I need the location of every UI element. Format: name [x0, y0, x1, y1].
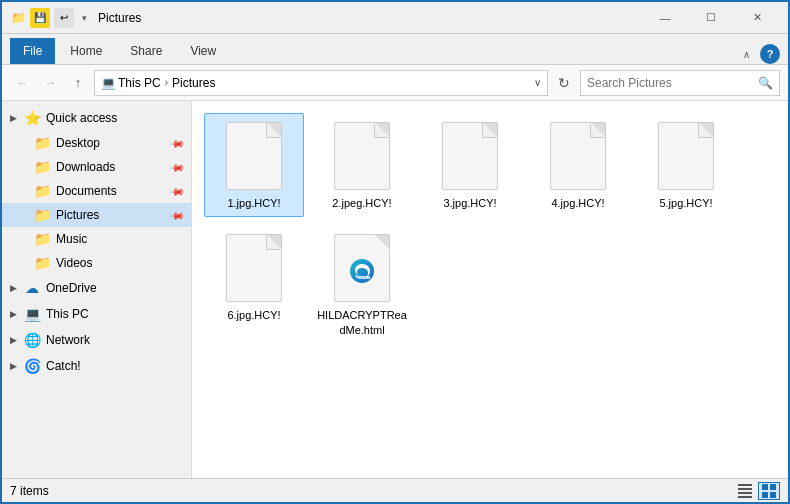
svg-rect-0	[738, 484, 752, 486]
sidebar-item-videos[interactable]: 📁 Videos	[2, 251, 191, 275]
file-icon-5	[654, 120, 718, 192]
sidebar-item-downloads[interactable]: 📁 Downloads 📌	[2, 155, 191, 179]
quick-access-toolbar: 💾 ↩ ▾	[30, 8, 90, 28]
file-name-6: 6.jpg.HCY!	[227, 308, 280, 322]
file-item-2[interactable]: 2.jpeg.HCY!	[312, 113, 412, 217]
tab-view[interactable]: View	[177, 38, 229, 64]
sidebar-catch-label: Catch!	[46, 359, 81, 373]
title-bar: 📁 💾 ↩ ▾ Pictures — ☐ ✕	[2, 2, 788, 34]
sidebar-videos-label: Videos	[56, 256, 183, 270]
sidebar-section-thispc[interactable]: ▶ 💻 This PC	[2, 301, 191, 327]
path-separator: ›	[165, 77, 168, 88]
file-item-3[interactable]: 3.jpg.HCY!	[420, 113, 520, 217]
status-bar: 7 items	[2, 478, 788, 502]
documents-pin-icon: 📌	[169, 183, 185, 199]
list-view-icon	[738, 484, 752, 498]
onedrive-icon: ☁	[24, 280, 40, 296]
window-title: Pictures	[94, 11, 642, 25]
file-name-7: HILDACRYPTReadMe.html	[317, 308, 407, 337]
view-grid-button[interactable]	[758, 482, 780, 500]
sidebar-section-catch[interactable]: ▶ 🌀 Catch!	[2, 353, 191, 379]
sidebar-section-network[interactable]: ▶ 🌐 Network	[2, 327, 191, 353]
tab-share[interactable]: Share	[117, 38, 175, 64]
view-toggle-buttons	[734, 482, 780, 500]
tab-home[interactable]: Home	[57, 38, 115, 64]
ribbon-collapse-button[interactable]: ∧	[736, 44, 756, 64]
address-bar: ← → ↑ 💻 This PC › Pictures ∨ ↻ 🔍	[2, 65, 788, 101]
tab-file[interactable]: File	[10, 38, 55, 64]
ribbon-tabs: File Home Share View ∧ ?	[2, 34, 788, 64]
minimize-button[interactable]: —	[642, 2, 688, 34]
svg-rect-4	[762, 484, 768, 490]
window: 📁 💾 ↩ ▾ Pictures — ☐ ✕ File Home Share V…	[0, 0, 790, 504]
generic-file-icon-3	[442, 122, 498, 190]
qat-dropdown-button[interactable]: ▾	[78, 10, 90, 26]
ribbon-collapse-area: ∧ ?	[736, 44, 780, 64]
grid-view-icon	[762, 484, 776, 498]
catch-arrow-icon: ▶	[10, 361, 20, 371]
help-button[interactable]: ?	[760, 44, 780, 64]
refresh-button[interactable]: ↻	[552, 71, 576, 95]
sidebar-pictures-label: Pictures	[56, 208, 171, 222]
pictures-folder-icon: 📁	[34, 207, 50, 223]
thispc-icon: 💻	[24, 306, 40, 322]
up-button[interactable]: ↑	[66, 71, 90, 95]
file-icon-7	[330, 232, 394, 304]
desktop-folder-icon: 📁	[34, 135, 50, 151]
desktop-pin-icon: 📌	[169, 135, 185, 151]
sidebar-section-quickaccess[interactable]: ▶ ⭐ Quick access	[2, 105, 191, 131]
path-dropdown-button[interactable]: ∨	[534, 77, 541, 88]
thispc-arrow-icon: ▶	[10, 309, 20, 319]
videos-folder-icon: 📁	[34, 255, 50, 271]
files-grid: 1.jpg.HCY! 2.jpeg.HCY! 3.jpg.HCY!	[200, 109, 780, 348]
file-name-2: 2.jpeg.HCY!	[332, 196, 391, 210]
sidebar-network-label: Network	[46, 333, 90, 347]
file-name-3: 3.jpg.HCY!	[443, 196, 496, 210]
path-segment-pictures[interactable]: Pictures	[172, 76, 215, 90]
close-button[interactable]: ✕	[734, 2, 780, 34]
generic-file-icon-5	[658, 122, 714, 190]
svg-rect-6	[762, 492, 768, 498]
sidebar-item-desktop[interactable]: 📁 Desktop 📌	[2, 131, 191, 155]
qat-undo-button[interactable]: ↩	[54, 8, 74, 28]
documents-folder-icon: 📁	[34, 183, 50, 199]
file-icon-4	[546, 120, 610, 192]
view-list-button[interactable]	[734, 482, 756, 500]
file-icon-2	[330, 120, 394, 192]
network-icon: 🌐	[24, 332, 40, 348]
svg-rect-3	[738, 496, 752, 498]
file-item-5[interactable]: 5.jpg.HCY!	[636, 113, 736, 217]
address-path[interactable]: 💻 This PC › Pictures ∨	[94, 70, 548, 96]
back-button[interactable]: ←	[10, 71, 34, 95]
maximize-button[interactable]: ☐	[688, 2, 734, 34]
file-icon-3	[438, 120, 502, 192]
main-area: ▶ ⭐ Quick access 📁 Desktop 📌 📁 Downloads…	[2, 101, 788, 478]
file-item-6[interactable]: 6.jpg.HCY!	[204, 225, 304, 344]
svg-rect-2	[738, 492, 752, 494]
sidebar-quickaccess-label: Quick access	[46, 111, 117, 125]
sidebar-item-music[interactable]: 📁 Music	[2, 227, 191, 251]
downloads-pin-icon: 📌	[169, 159, 185, 175]
sidebar-desktop-label: Desktop	[56, 136, 171, 150]
edge-logo-svg	[346, 255, 378, 287]
forward-button[interactable]: →	[38, 71, 62, 95]
quickaccess-arrow-icon: ▶	[10, 113, 20, 123]
svg-rect-5	[770, 484, 776, 490]
onedrive-arrow-icon: ▶	[10, 283, 20, 293]
sidebar-item-documents[interactable]: 📁 Documents 📌	[2, 179, 191, 203]
music-folder-icon: 📁	[34, 231, 50, 247]
sidebar: ▶ ⭐ Quick access 📁 Desktop 📌 📁 Downloads…	[2, 101, 192, 478]
file-item-4[interactable]: 4.jpg.HCY!	[528, 113, 628, 217]
sidebar-item-pictures[interactable]: 📁 Pictures 📌	[2, 203, 191, 227]
ribbon: File Home Share View ∧ ?	[2, 34, 788, 65]
file-item-1[interactable]: 1.jpg.HCY!	[204, 113, 304, 217]
search-box[interactable]: 🔍	[580, 70, 780, 96]
sidebar-music-label: Music	[56, 232, 183, 246]
search-input[interactable]	[587, 76, 754, 90]
file-item-7[interactable]: HILDACRYPTReadMe.html	[312, 225, 412, 344]
sidebar-section-onedrive[interactable]: ▶ ☁ OneDrive	[2, 275, 191, 301]
qat-save-button[interactable]: 💾	[30, 8, 50, 28]
path-segment-thispc[interactable]: 💻 This PC	[101, 76, 161, 90]
file-icon-6	[222, 232, 286, 304]
quickaccess-icon: ⭐	[24, 110, 40, 126]
